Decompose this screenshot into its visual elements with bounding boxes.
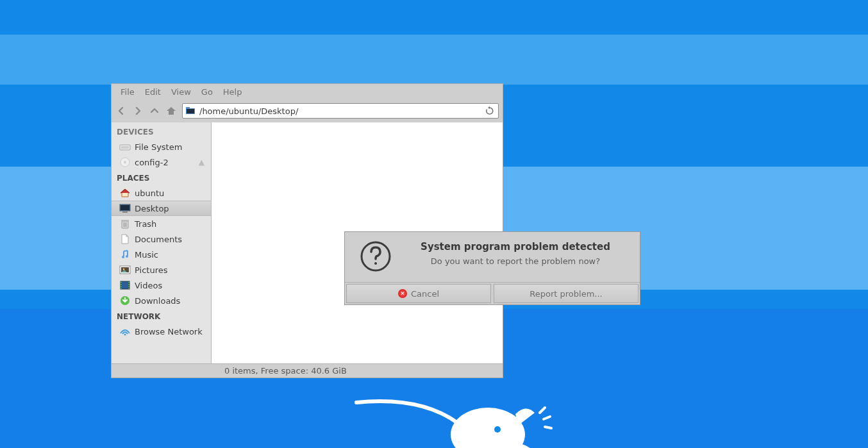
svg-point-21 bbox=[123, 269, 125, 270]
svg-rect-28 bbox=[121, 288, 122, 288]
svg-point-34 bbox=[124, 334, 126, 336]
svg-rect-10 bbox=[121, 205, 129, 210]
sidebar-item-label: File System bbox=[135, 142, 182, 152]
sidebar-item-trash[interactable]: Trash bbox=[112, 216, 211, 231]
svg-rect-13 bbox=[121, 220, 129, 221]
svg-rect-31 bbox=[129, 286, 129, 286]
report-button-label: Report problem... bbox=[530, 289, 602, 299]
pictures-icon bbox=[119, 264, 131, 276]
close-icon: ✕ bbox=[398, 289, 407, 298]
music-icon bbox=[119, 249, 131, 260]
svg-point-0 bbox=[451, 408, 525, 448]
menu-edit[interactable]: Edit bbox=[140, 86, 166, 98]
svg-rect-25 bbox=[121, 282, 122, 283]
sidebar-item-label: Trash bbox=[135, 219, 156, 229]
menu-view[interactable]: View bbox=[166, 86, 196, 98]
path-folder-icon bbox=[185, 106, 196, 117]
svg-rect-27 bbox=[121, 286, 122, 286]
svg-rect-32 bbox=[129, 288, 129, 288]
toolbar bbox=[112, 99, 503, 122]
report-problem-button[interactable]: Report problem... bbox=[494, 284, 638, 303]
svg-point-36 bbox=[374, 262, 377, 265]
nav-back-button[interactable] bbox=[115, 105, 127, 117]
file-manager-window: File Edit View Go Help DEVI bbox=[111, 83, 503, 378]
refresh-button[interactable] bbox=[484, 105, 496, 117]
svg-rect-6 bbox=[121, 146, 129, 149]
desktop-icon bbox=[119, 203, 131, 214]
svg-rect-29 bbox=[129, 282, 129, 283]
question-icon bbox=[359, 240, 392, 273]
svg-rect-4 bbox=[187, 109, 194, 113]
wallpaper-mouse-graphic bbox=[350, 390, 555, 448]
document-icon bbox=[119, 233, 131, 245]
sidebar-item-documents[interactable]: Documents bbox=[112, 231, 211, 247]
dialog-message: Do you want to report the problem now? bbox=[405, 256, 626, 266]
svg-rect-11 bbox=[122, 212, 128, 213]
sidebar-heading-devices: DEVICES bbox=[112, 124, 211, 139]
svg-point-17 bbox=[122, 256, 124, 258]
sidebar-item-label: Desktop bbox=[135, 204, 169, 213]
sidebar-item-desktop[interactable]: Desktop bbox=[112, 201, 211, 216]
sidebar-item-filesystem[interactable]: File System bbox=[112, 139, 211, 154]
sidebar-item-label: Browse Network bbox=[135, 327, 203, 336]
sidebar-item-label: Documents bbox=[135, 235, 182, 244]
svg-rect-30 bbox=[129, 284, 129, 285]
menu-go[interactable]: Go bbox=[196, 86, 218, 98]
sidebar-item-label: ubuntu bbox=[135, 188, 164, 198]
wallpaper-band bbox=[0, 35, 868, 85]
sidebar-heading-network: NETWORK bbox=[112, 308, 211, 324]
sidebar-item-label: Videos bbox=[135, 281, 162, 290]
nav-up-button[interactable] bbox=[149, 105, 160, 117]
sidebar-item-music[interactable]: Music bbox=[112, 247, 211, 262]
cancel-button-label: Cancel bbox=[411, 289, 439, 299]
svg-point-8 bbox=[124, 161, 126, 163]
sidebar-heading-places: PLACES bbox=[112, 170, 211, 185]
svg-point-18 bbox=[126, 255, 128, 258]
menubar: File Edit View Go Help bbox=[112, 84, 503, 99]
sidebar-item-label: Music bbox=[135, 250, 158, 260]
sidebar-item-videos[interactable]: Videos bbox=[112, 278, 211, 293]
home-icon bbox=[119, 187, 131, 199]
cancel-button[interactable]: ✕ Cancel bbox=[346, 284, 491, 303]
sidebar-item-label: config-2 bbox=[135, 158, 169, 167]
problem-dialog: System program problem detected Do you w… bbox=[344, 231, 640, 305]
nav-forward-button[interactable] bbox=[132, 105, 144, 117]
menu-help[interactable]: Help bbox=[218, 86, 247, 98]
sidebar-item-label: Pictures bbox=[135, 265, 167, 275]
path-input[interactable] bbox=[199, 106, 480, 116]
sidebar-item-browse-network[interactable]: Browse Network bbox=[112, 324, 211, 339]
menu-file[interactable]: File bbox=[115, 86, 140, 98]
trash-icon bbox=[119, 218, 131, 229]
nav-home-button[interactable] bbox=[165, 105, 177, 117]
path-entry[interactable] bbox=[182, 103, 499, 119]
statusbar: 0 items, Free space: 40.6 GiB bbox=[112, 363, 503, 377]
sidebar: DEVICES File System config-2 ▲ PLACES bbox=[112, 122, 212, 363]
status-text: 0 items, Free space: 40.6 GiB bbox=[224, 366, 347, 376]
sidebar-item-pictures[interactable]: Pictures bbox=[112, 262, 211, 278]
sidebar-item-ubuntu[interactable]: ubuntu bbox=[112, 185, 211, 201]
network-icon bbox=[119, 326, 131, 337]
dialog-title: System program problem detected bbox=[405, 241, 626, 253]
downloads-icon bbox=[119, 295, 131, 306]
videos-icon bbox=[119, 279, 131, 291]
drive-icon bbox=[119, 141, 131, 153]
svg-rect-3 bbox=[186, 107, 190, 109]
eject-icon[interactable]: ▲ bbox=[199, 158, 204, 167]
svg-point-1 bbox=[494, 426, 501, 433]
sidebar-item-label: Downloads bbox=[135, 296, 180, 306]
svg-rect-22 bbox=[121, 281, 129, 289]
disc-icon bbox=[119, 156, 131, 168]
sidebar-item-downloads[interactable]: Downloads bbox=[112, 293, 211, 308]
svg-rect-26 bbox=[121, 284, 122, 285]
sidebar-item-config2[interactable]: config-2 ▲ bbox=[112, 154, 211, 170]
